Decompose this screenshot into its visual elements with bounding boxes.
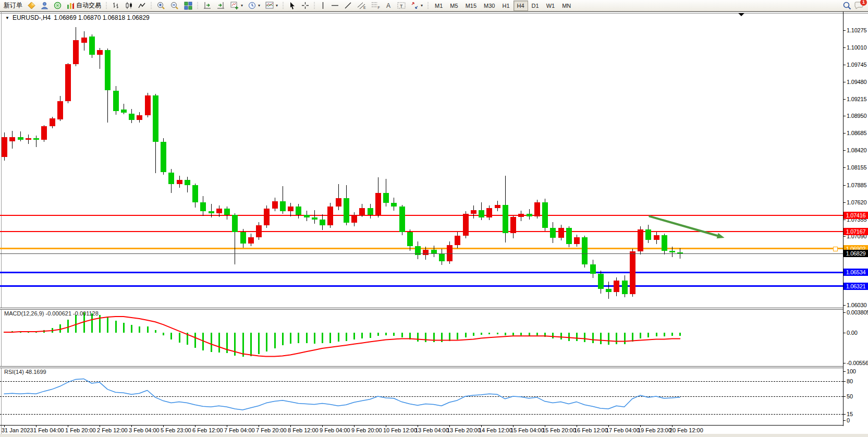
horizontal-level-line[interactable]: [0, 215, 843, 216]
rsi-tick-label: 80: [847, 378, 853, 384]
charts-profile-button[interactable]: [25, 0, 38, 11]
horizontal-level-line[interactable]: [0, 285, 843, 287]
line-chart-button[interactable]: [136, 0, 149, 11]
chevron-down-icon[interactable]: ▾: [258, 3, 260, 8]
tile-windows-button[interactable]: [181, 0, 195, 11]
toolbar-separator: [426, 1, 430, 10]
macd-histogram-bar: [497, 333, 498, 334]
text-a-icon: A: [385, 2, 392, 9]
chart-symbol-period: EURUSD-,H4: [13, 14, 51, 21]
macd-histogram-bar: [28, 332, 29, 333]
candle: [638, 229, 643, 251]
macd-histogram-bar: [640, 333, 641, 338]
bar-chart-button[interactable]: [109, 0, 123, 11]
new-order-button[interactable]: 新订单: [1, 0, 25, 11]
candle: [471, 210, 476, 214]
macd-histogram-bar: [576, 333, 578, 341]
hline-drag-marker[interactable]: [833, 247, 838, 251]
candle: [527, 214, 532, 216]
chart-window[interactable]: [0, 11, 868, 434]
macd-histogram-bar: [282, 333, 284, 345]
horizontal-level-line[interactable]: [0, 231, 843, 232]
candle: [105, 50, 111, 90]
macd-histogram-bar: [624, 333, 626, 344]
timeframe-button-d1[interactable]: D1: [528, 1, 543, 11]
toolbar-separator: [196, 1, 200, 10]
chart-shift-button[interactable]: [214, 0, 228, 11]
chart-shift-marker-icon[interactable]: [738, 13, 744, 16]
price-tick-label: 1.10010: [847, 44, 866, 51]
candle: [177, 180, 182, 184]
auto-trading-button[interactable]: 自动交易: [64, 0, 104, 11]
macd-histogram-bar: [107, 318, 108, 333]
candle: [558, 228, 564, 238]
period-button[interactable]: ▾: [246, 0, 263, 11]
chevron-down-icon[interactable]: ▾: [241, 3, 243, 8]
autotrade-icon: [67, 2, 75, 9]
vertical-line-button[interactable]: [317, 0, 328, 11]
macd-histogram-bar: [258, 333, 260, 354]
text-button[interactable]: A: [383, 0, 395, 11]
timeframe-button-h4[interactable]: H4: [514, 1, 528, 11]
horizontal-level-line[interactable]: [0, 272, 843, 273]
label-button[interactable]: T: [395, 0, 408, 11]
timeframe-button-w1[interactable]: W1: [543, 1, 559, 11]
arrows-button[interactable]: ▾: [408, 0, 425, 11]
macd-histogram-bar: [385, 333, 387, 335]
candle: [280, 201, 286, 211]
candle: [486, 208, 492, 218]
timeframe-button-m30[interactable]: M30: [480, 1, 498, 11]
macd-histogram-bar: [361, 333, 363, 338]
new-chart-button[interactable]: ▾: [228, 0, 246, 11]
zoom-in-button[interactable]: [154, 0, 168, 11]
macd-histogram-bar: [67, 320, 69, 333]
candle-chart-button[interactable]: [123, 0, 136, 11]
templates-button[interactable]: ▾: [263, 0, 280, 11]
macd-histogram-bar: [401, 333, 403, 337]
auto-scroll-button[interactable]: [201, 0, 214, 11]
timeframe-button-m1[interactable]: M1: [431, 1, 446, 11]
macd-histogram-bar: [481, 333, 482, 335]
timeframe-button-mn[interactable]: MN: [558, 1, 574, 11]
horizontal-line-button[interactable]: [328, 0, 341, 11]
toolbar: 新订单自动交易▾▾▾EFAT▾M1M5M15M30H1H4D1W1MN1: [0, 0, 868, 11]
candle: [423, 250, 429, 255]
candle: [232, 215, 238, 232]
notifications-chat-icon[interactable]: 1: [854, 2, 864, 10]
candle: [574, 237, 580, 245]
contacts-button[interactable]: [38, 0, 51, 11]
crosshair-button[interactable]: [299, 0, 312, 11]
fibonacci-button[interactable]: F: [369, 0, 383, 11]
cursor-button[interactable]: [286, 0, 299, 11]
timeframe-button-m15[interactable]: M15: [462, 1, 480, 11]
macd-histogram-bar: [234, 333, 236, 356]
candle: [192, 185, 198, 202]
timeframe-button-h1[interactable]: H1: [498, 1, 513, 11]
macd-histogram-bar: [425, 333, 426, 342]
equidistant-channel-button[interactable]: E: [354, 0, 369, 11]
rsi-panel-separator[interactable]: [0, 366, 843, 368]
trendline-button[interactable]: [341, 0, 354, 11]
macd-histogram-bar: [290, 333, 291, 344]
chevron-down-icon[interactable]: ▾: [421, 3, 423, 8]
signals-button[interactable]: [51, 0, 64, 11]
zoom-out-button[interactable]: [168, 0, 181, 11]
time-tick-label: 2 Feb 12:00: [97, 427, 128, 433]
candle: [209, 211, 214, 213]
time-tick-label: 9 Feb 04:00: [320, 427, 350, 433]
search-icon[interactable]: [843, 2, 851, 10]
price-tick-label: 1.08950: [847, 113, 866, 119]
horizontal-level-line[interactable]: [0, 248, 843, 249]
candle: [129, 114, 135, 120]
auto-trading-button-label: 自动交易: [76, 1, 101, 10]
chart-title-dropdown-icon[interactable]: ▼: [5, 16, 9, 20]
svg-text:T: T: [400, 4, 403, 9]
timeframe-button-m5[interactable]: M5: [446, 1, 461, 11]
macd-tick-label: -0.005569: [847, 360, 868, 366]
svg-text:F: F: [378, 6, 380, 9]
chevron-down-icon[interactable]: ▾: [276, 3, 278, 8]
macd-panel-separator[interactable]: [0, 308, 843, 310]
bar-chart-icon: [112, 2, 120, 9]
time-tick-label: 10 Feb 12:00: [383, 427, 417, 433]
macd-histogram-bar: [529, 333, 530, 336]
